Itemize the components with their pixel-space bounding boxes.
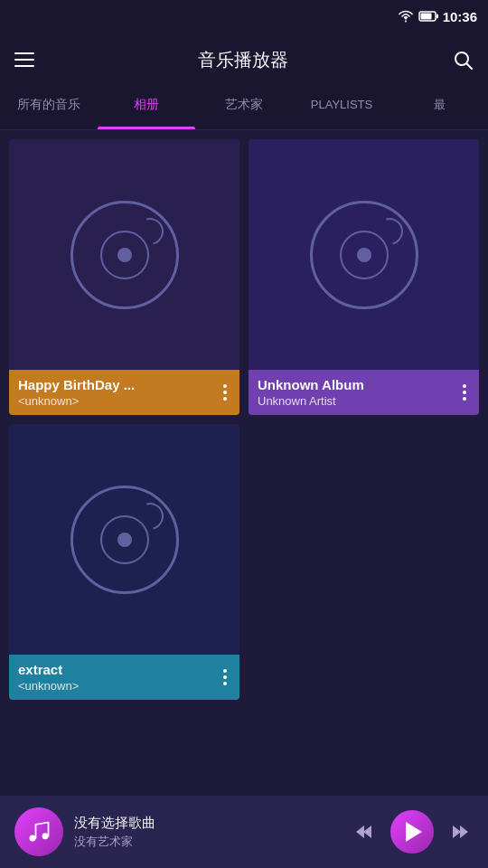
- rewind-button[interactable]: [351, 817, 380, 846]
- tab-more[interactable]: 最: [390, 87, 488, 129]
- album-card-1[interactable]: Happy BirthDay ... <unknown>: [9, 139, 239, 415]
- album-name-3: extract: [18, 662, 220, 677]
- svg-point-5: [30, 835, 36, 842]
- rewind-icon: [354, 821, 376, 843]
- app-title: 音乐播放器: [198, 48, 288, 72]
- album-card-3[interactable]: extract <unknown>: [9, 424, 239, 700]
- tab-bar: 所有的音乐 相册 艺术家 PLAYLISTS 最: [0, 87, 488, 130]
- album-info-1: Happy BirthDay ... <unknown>: [9, 370, 239, 415]
- album-text-3: extract <unknown>: [18, 662, 220, 693]
- player-album-icon: [14, 807, 63, 856]
- svg-rect-2: [436, 14, 438, 19]
- album-text-2: Unknown Album Unknown Artist: [258, 377, 459, 408]
- player-controls: [351, 810, 474, 854]
- svg-rect-1: [420, 14, 431, 20]
- vinyl-disc-1: [70, 201, 179, 309]
- header-actions: [452, 49, 474, 71]
- album-cover-3: [9, 424, 239, 655]
- player-title: 没有选择歌曲: [74, 815, 340, 832]
- tab-artist[interactable]: 艺术家: [195, 87, 293, 129]
- album-name-1: Happy BirthDay ...: [18, 377, 220, 392]
- header: 音乐播放器: [0, 33, 488, 87]
- forward-button[interactable]: [445, 817, 474, 846]
- svg-marker-9: [453, 826, 461, 838]
- album-more-button-3[interactable]: [220, 665, 230, 689]
- music-note-icon: [26, 819, 52, 844]
- menu-button[interactable]: [14, 52, 34, 67]
- wifi-icon: [398, 10, 414, 23]
- vinyl-disc-2: [310, 201, 418, 309]
- battery-icon: [418, 11, 438, 22]
- album-cover-1: [9, 139, 239, 370]
- svg-point-6: [42, 833, 49, 839]
- player-info: 没有选择歌曲 没有艺术家: [74, 815, 340, 850]
- svg-marker-10: [460, 826, 468, 838]
- svg-marker-7: [363, 826, 371, 838]
- album-card-empty: [249, 424, 479, 700]
- vinyl-disc-3: [70, 486, 179, 594]
- svg-marker-8: [356, 826, 364, 838]
- album-artist-3: <unknown>: [18, 679, 220, 693]
- album-name-2: Unknown Album: [258, 377, 459, 392]
- status-icons: 10:36: [398, 9, 477, 24]
- album-cover-2: [249, 139, 479, 370]
- status-time: 10:36: [443, 9, 477, 24]
- play-icon: [406, 822, 422, 842]
- album-artist-2: Unknown Artist: [258, 394, 459, 408]
- album-text-1: Happy BirthDay ... <unknown>: [18, 377, 220, 408]
- svg-line-4: [466, 63, 472, 69]
- tab-all-music[interactable]: 所有的音乐: [0, 87, 98, 129]
- player-bar: 没有选择歌曲 没有艺术家: [0, 796, 488, 868]
- album-more-button-1[interactable]: [220, 381, 230, 404]
- tab-playlists[interactable]: PLAYLISTS: [293, 87, 390, 129]
- album-grid: Happy BirthDay ... <unknown> Unknown Alb…: [0, 130, 488, 709]
- forward-icon: [448, 821, 470, 843]
- search-icon[interactable]: [452, 49, 474, 71]
- player-artist: 没有艺术家: [74, 834, 340, 850]
- album-info-2: Unknown Album Unknown Artist: [249, 370, 479, 415]
- play-button[interactable]: [390, 810, 434, 854]
- tab-album[interactable]: 相册: [98, 87, 195, 129]
- status-bar: 10:36: [0, 0, 488, 33]
- album-info-3: extract <unknown>: [9, 655, 239, 700]
- album-card-2[interactable]: Unknown Album Unknown Artist: [249, 139, 479, 415]
- album-more-button-2[interactable]: [459, 381, 470, 404]
- album-artist-1: <unknown>: [18, 394, 220, 408]
